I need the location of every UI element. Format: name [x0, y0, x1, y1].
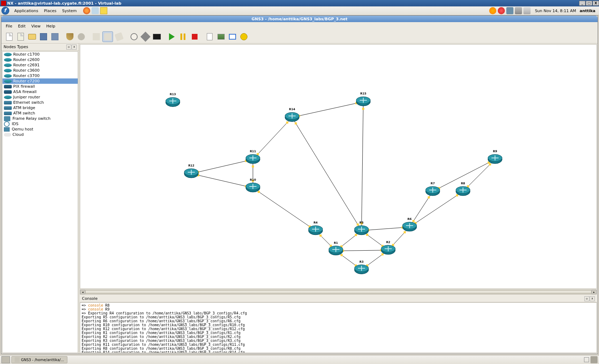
node-type-item[interactable]: Router c2691 [2, 62, 78, 68]
view-menu[interactable]: View [29, 23, 43, 29]
node-type-item[interactable]: IDS [2, 121, 78, 127]
add-rect-button[interactable] [227, 31, 238, 42]
start-button[interactable] [167, 31, 177, 42]
router-node-r11[interactable]: R11 [246, 150, 260, 164]
topology-link[interactable] [253, 188, 316, 231]
help-menu[interactable]: Help [43, 23, 58, 29]
node-type-icon [4, 116, 10, 121]
link-endpoint [489, 163, 491, 165]
topology-canvas[interactable]: R13R15R14R11R12R10R9R7R8R4R5R6R1R2R3 [80, 44, 597, 289]
node-type-item[interactable]: Router c7200 [2, 78, 78, 84]
node-type-icon [4, 101, 12, 104]
panel-close-button[interactable]: x [72, 45, 77, 50]
nautilus-icon[interactable] [92, 7, 99, 14]
topology-link[interactable] [410, 191, 463, 227]
file-menu[interactable]: File [3, 23, 15, 29]
node-type-item[interactable]: ASA firewall [2, 89, 78, 94]
router-node-r15[interactable]: R15 [356, 92, 370, 106]
save-project-button[interactable] [38, 31, 49, 42]
router-node-r13[interactable]: R13 [166, 93, 180, 107]
topology-link[interactable] [191, 174, 253, 188]
select-button[interactable] [114, 31, 124, 42]
show-desktop-button[interactable] [1, 356, 10, 363]
router-node-r5[interactable]: R5 [354, 221, 369, 235]
network-icon[interactable] [515, 7, 522, 14]
fedora-icon[interactable] [1, 7, 9, 15]
open-project-button[interactable] [27, 31, 37, 42]
console-button[interactable] [152, 31, 162, 42]
link-endpoint [252, 165, 254, 168]
node-type-item[interactable]: ATM switch [2, 111, 78, 116]
nodes-types-list[interactable]: Router c1700Router c2600Router c2691Rout… [2, 51, 78, 353]
topology-link[interactable] [362, 102, 363, 231]
topology-link[interactable] [191, 159, 253, 174]
topology-link[interactable] [292, 102, 363, 117]
add-link-button[interactable] [91, 31, 102, 42]
node-type-icon [4, 74, 12, 78]
clock[interactable]: Sun Nov 14, 8:11 AM [535, 9, 576, 13]
new-project-button[interactable] [4, 31, 15, 42]
node-type-item[interactable]: Ethernet switch [2, 100, 78, 105]
firefox-icon[interactable] [83, 7, 90, 14]
saveas-project-button[interactable] [50, 31, 60, 42]
router-node-r8[interactable]: R8 [456, 182, 470, 196]
system-menu[interactable]: System [59, 9, 80, 13]
nx-minimize-button[interactable]: _ [579, 1, 585, 6]
router-node-r4[interactable]: R4 [308, 221, 323, 235]
router-node-r3[interactable]: R3 [354, 260, 369, 274]
scroll-right-button[interactable]: ▸ [592, 290, 597, 294]
router-node-r12[interactable]: R12 [184, 164, 199, 178]
add-note-button[interactable] [204, 31, 215, 42]
canvas-hscrollbar[interactable]: ◂ ▸ [80, 289, 597, 294]
idle-button[interactable] [129, 31, 139, 42]
nx-title: NX - anttika@virtual-lab.cygate.fi:2001 … [7, 1, 121, 6]
node-type-item[interactable]: Juniper router [2, 94, 78, 100]
node-type-item[interactable]: Frame Relay switch [2, 116, 78, 121]
nx-close-button[interactable]: X [593, 1, 599, 6]
pause-button[interactable] [178, 31, 189, 42]
node-type-item[interactable]: PIX firewall [2, 84, 78, 89]
topology-link[interactable] [292, 117, 362, 231]
tools-button[interactable] [140, 31, 151, 42]
clear-button[interactable] [65, 31, 75, 42]
node-type-item[interactable]: Cloud [2, 132, 78, 137]
console-output[interactable]: => console R8=> console R9=> Exporting R… [80, 302, 597, 353]
notification-icon[interactable] [498, 7, 505, 14]
move-button[interactable] [102, 31, 113, 42]
topology-link[interactable] [253, 117, 292, 159]
panel-float-button[interactable]: ▫ [66, 45, 71, 50]
node-type-item[interactable]: Router c3700 [2, 73, 78, 78]
node-type-item[interactable]: Router c3600 [2, 68, 78, 73]
node-type-item[interactable]: Router c2600 [2, 57, 78, 62]
router-node-r9[interactable]: R9 [488, 150, 502, 164]
volume-icon[interactable] [523, 7, 531, 14]
add-image-button[interactable] [216, 31, 226, 42]
node-type-item[interactable]: ATM bridge [2, 105, 78, 111]
node-type-item[interactable]: Qemu host [2, 127, 78, 132]
router-node-r2[interactable]: R2 [381, 241, 395, 255]
places-menu[interactable]: Places [41, 9, 59, 13]
edit-menu[interactable]: Edit [15, 23, 28, 29]
edit-project-button[interactable] [15, 31, 26, 42]
stop-button[interactable] [189, 31, 200, 42]
node-type-item[interactable]: Router c1700 [2, 52, 78, 57]
taskbar-gns3[interactable]: GNS3 - /home/anttika/... [11, 356, 67, 363]
nx-icon [1, 1, 6, 6]
update-icon[interactable] [489, 7, 496, 14]
trash-icon[interactable] [590, 356, 598, 363]
console-float-button[interactable]: ▫ [584, 296, 589, 301]
nx-maximize-button[interactable]: □ [586, 1, 592, 6]
bluetooth-icon[interactable] [506, 7, 513, 14]
link-button[interactable] [76, 31, 87, 42]
workspace-switcher[interactable] [584, 357, 589, 362]
router-node-r1[interactable]: R1 [329, 241, 343, 255]
notes-icon[interactable] [100, 7, 107, 14]
router-node-r14[interactable]: R14 [285, 108, 299, 122]
applications-menu[interactable]: Applications [11, 9, 41, 13]
router-node-r10[interactable]: R10 [246, 178, 260, 192]
console-close-button[interactable]: x [590, 296, 595, 301]
add-ellipse-button[interactable] [239, 31, 249, 42]
scroll-left-button[interactable]: ◂ [80, 290, 85, 294]
user-menu[interactable]: anttika [580, 9, 595, 13]
router-node-r7[interactable]: R7 [426, 182, 440, 196]
